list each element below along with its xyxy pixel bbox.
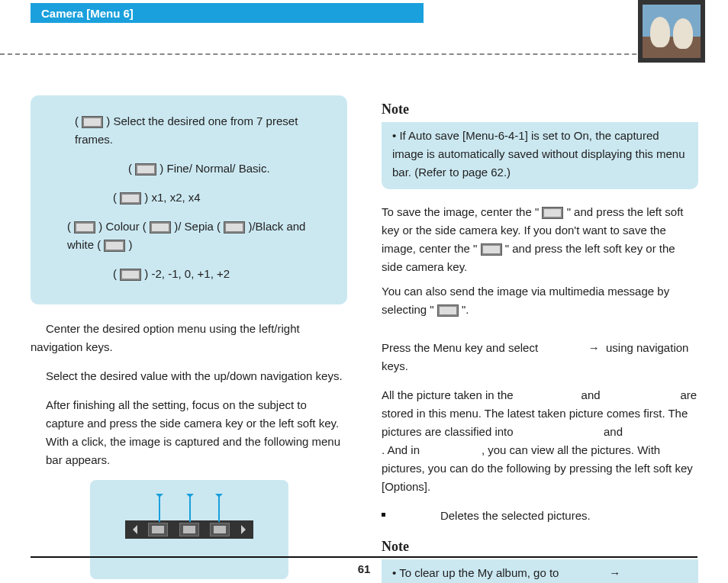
- arrow-right-icon: →: [585, 339, 603, 357]
- paren-open: (: [75, 114, 79, 127]
- opt-exposure: ( ) -2, -1, 0, +1, +2: [44, 265, 333, 283]
- sepia-icon: [224, 221, 245, 234]
- bullet-icon: [382, 513, 385, 517]
- text: To save the image, center the ": [382, 205, 539, 218]
- options-box: ( ) Select the desired one from 7 preset…: [31, 95, 347, 304]
- page-number: 61: [31, 556, 697, 575]
- note-1-body: If Auto save [Menu-6-4-1] is set to On, …: [392, 129, 685, 179]
- colour-icon: [150, 221, 171, 234]
- zoom-icon: [120, 192, 141, 205]
- opt-text: ) Fine/ Normal/ Basic.: [159, 162, 269, 175]
- delete-icon: [210, 523, 230, 536]
- note-box-1: • If Auto save [Menu-6-4-1] is set to On…: [382, 122, 698, 189]
- note-heading-1: Note: [382, 98, 698, 121]
- send-icon: [437, 304, 459, 317]
- quality-icon: [135, 163, 156, 176]
- text: All the picture taken in the: [382, 388, 517, 401]
- paren-open: (: [128, 162, 132, 175]
- text: and: [581, 388, 604, 401]
- arrow-left-icon: [128, 525, 137, 534]
- opt-quality: ( ) Fine/ Normal/ Basic.: [44, 159, 333, 178]
- left-paragraph-2: Select the desired value with the up/dow…: [31, 367, 347, 385]
- corner-photo: [643, 5, 701, 58]
- opt-preset-frames: ( ) Select the desired one from 7 preset…: [44, 112, 333, 149]
- paren-open: (: [113, 191, 117, 204]
- left-paragraph-3: After finishing all the setting, focus o…: [31, 396, 347, 469]
- right-column: Note • If Auto save [Menu-6-4-1] is set …: [382, 95, 698, 583]
- bullet-line-1: Delete: Deletes the selected pictures.: [382, 507, 698, 525]
- text: You can also send the image via multimed…: [382, 285, 669, 316]
- opt-text: )/ Sepia (: [174, 220, 221, 233]
- bw-icon: [104, 240, 125, 252]
- save-icon: [179, 523, 199, 536]
- right-paragraph-3: Press the Menu key and select Camera → u…: [382, 339, 698, 375]
- opt-text: ) x1, x2, x4: [144, 191, 200, 204]
- text: , you can view all the pictures. With pi…: [382, 443, 693, 493]
- opt-zoom: ( ) x1, x2, x4: [44, 188, 333, 207]
- opt-text: ) Colour (: [98, 220, 147, 233]
- callout-line-2: [189, 495, 191, 522]
- paren-open: (: [113, 267, 117, 280]
- callout-line-1: [159, 495, 160, 522]
- text: Deletes the selected pictures.: [440, 509, 591, 522]
- text: . And in: [382, 443, 422, 456]
- paren-open: (: [67, 220, 71, 233]
- bullet-dot: •: [392, 129, 399, 142]
- exposure-icon: [120, 269, 141, 281]
- delete-icon: [481, 243, 502, 256]
- opt-text: ) Select the desired one from 7 preset f…: [75, 114, 298, 146]
- save-icon: [542, 207, 563, 219]
- text: and: [604, 425, 626, 438]
- effect-icon: [74, 221, 95, 234]
- menubar: [125, 520, 253, 539]
- right-paragraph-2: You can also send the image via multimed…: [382, 282, 698, 319]
- note-heading-2: Note: [382, 536, 698, 558]
- callout-line-3: [218, 495, 220, 522]
- opt-text: ) -2, -1, 0, +1, +2: [144, 267, 230, 280]
- header-title: Camera [Menu 6]: [31, 3, 424, 23]
- opt-text: ): [129, 238, 133, 251]
- opt-colour: ( ) Colour ( )/ Sepia ( )/Black and whit…: [44, 217, 333, 254]
- text: ".: [462, 303, 469, 316]
- divider-dashed: [0, 53, 690, 55]
- arrow-right-icon: [241, 525, 250, 534]
- header-bar: Camera [Menu 6]: [0, 3, 728, 23]
- left-column: ( ) Select the desired one from 7 preset…: [31, 95, 347, 583]
- corner-photo-frame: [638, 0, 705, 63]
- preset-frame-icon: [82, 116, 103, 128]
- text: Press the Menu key and select: [382, 341, 541, 354]
- right-paragraph-4: All the picture taken in the Take pictur…: [382, 386, 698, 496]
- right-paragraph-1: To save the image, center the " " and pr…: [382, 203, 698, 276]
- left-paragraph-1: Center the desired option menu using the…: [31, 320, 347, 356]
- send-icon: [148, 523, 168, 536]
